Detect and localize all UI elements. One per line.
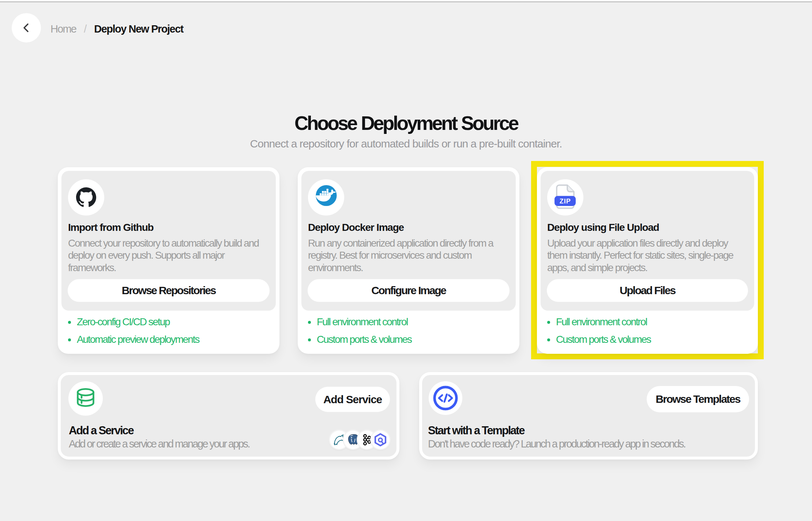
svg-text:ZIP: ZIP [560,198,571,205]
